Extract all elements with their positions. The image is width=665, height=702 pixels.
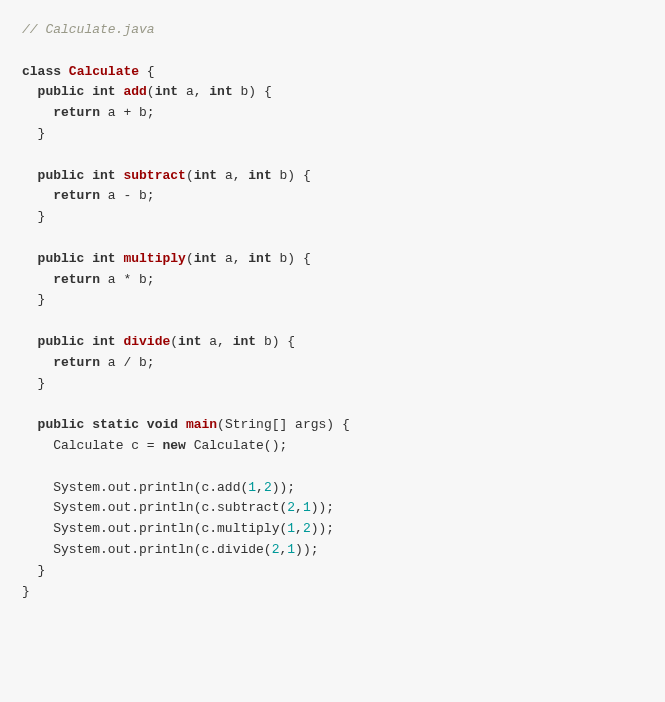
number: 2 (264, 480, 272, 495)
call: divide( (217, 542, 272, 557)
paren: ( (186, 251, 194, 266)
brace: } (22, 584, 30, 599)
type-int: int (248, 168, 271, 183)
indent (22, 251, 38, 266)
param-a: a, (178, 84, 209, 99)
indent (22, 417, 38, 432)
type-int: int (178, 334, 201, 349)
keyword-public: public (38, 168, 85, 183)
brace: } (38, 126, 46, 141)
keyword-class: class (22, 64, 61, 79)
paren: ( (170, 334, 178, 349)
indent (22, 209, 38, 224)
indent (22, 84, 38, 99)
paren: ( (147, 84, 155, 99)
indent (22, 563, 38, 578)
call: subtract( (217, 500, 287, 515)
indent (22, 105, 53, 120)
param-b: b) { (272, 251, 311, 266)
brace: } (38, 563, 46, 578)
indent (22, 542, 53, 557)
param-b: b) { (272, 168, 311, 183)
indent (22, 188, 53, 203)
indent (22, 480, 53, 495)
type-int: int (155, 84, 178, 99)
type-int: int (233, 334, 256, 349)
param-b: b) { (256, 334, 295, 349)
close: )); (311, 500, 334, 515)
keyword-public: public (38, 251, 85, 266)
expr: a + b; (100, 105, 155, 120)
brace: } (38, 292, 46, 307)
print: System.out.println(c. (53, 542, 217, 557)
decl: Calculate c = (53, 438, 162, 453)
param-a: a, (201, 334, 232, 349)
method-main: main (186, 417, 217, 432)
keyword-return: return (53, 188, 100, 203)
type-int: int (194, 168, 217, 183)
number: 1 (248, 480, 256, 495)
method-divide: divide (123, 334, 170, 349)
brace: } (38, 376, 46, 391)
indent (22, 292, 38, 307)
close: )); (311, 521, 334, 536)
print: System.out.println(c. (53, 480, 217, 495)
main-sig: (String[] args) { (217, 417, 350, 432)
number: 2 (287, 500, 295, 515)
indent (22, 334, 38, 349)
number: 2 (303, 521, 311, 536)
keyword-static: static (92, 417, 139, 432)
type-int: int (92, 84, 115, 99)
keyword-return: return (53, 105, 100, 120)
keyword-void: void (147, 417, 178, 432)
decl: Calculate(); (186, 438, 287, 453)
indent (22, 355, 53, 370)
param-b: b) { (233, 84, 272, 99)
call: add( (217, 480, 248, 495)
print: System.out.println(c. (53, 500, 217, 515)
param-a: a, (217, 168, 248, 183)
indent (22, 168, 38, 183)
keyword-public: public (38, 334, 85, 349)
number: 1 (287, 542, 295, 557)
brace: } (38, 209, 46, 224)
expr: a - b; (100, 188, 155, 203)
indent (22, 500, 53, 515)
type-int: int (209, 84, 232, 99)
indent (22, 272, 53, 287)
keyword-public: public (38, 84, 85, 99)
keyword-public: public (38, 417, 85, 432)
comment-line: // Calculate.java (22, 22, 155, 37)
brace: { (139, 64, 155, 79)
comma: , (256, 480, 264, 495)
indent (22, 376, 38, 391)
param-a: a, (217, 251, 248, 266)
keyword-new: new (162, 438, 185, 453)
close: )); (295, 542, 318, 557)
method-subtract: subtract (123, 168, 185, 183)
method-add: add (123, 84, 146, 99)
paren: ( (186, 168, 194, 183)
close: )); (272, 480, 295, 495)
type-int: int (248, 251, 271, 266)
keyword-return: return (53, 272, 100, 287)
code-block: // Calculate.java class Calculate { publ… (22, 20, 643, 602)
number: 1 (287, 521, 295, 536)
expr: a * b; (100, 272, 155, 287)
indent (22, 521, 53, 536)
class-name: Calculate (69, 64, 139, 79)
comma: , (295, 500, 303, 515)
indent (22, 438, 53, 453)
type-int: int (92, 251, 115, 266)
method-multiply: multiply (123, 251, 185, 266)
type-int: int (194, 251, 217, 266)
expr: a / b; (100, 355, 155, 370)
print: System.out.println(c. (53, 521, 217, 536)
type-int: int (92, 168, 115, 183)
comma: , (295, 521, 303, 536)
keyword-return: return (53, 355, 100, 370)
indent (22, 126, 38, 141)
call: multiply( (217, 521, 287, 536)
number: 1 (303, 500, 311, 515)
type-int: int (92, 334, 115, 349)
